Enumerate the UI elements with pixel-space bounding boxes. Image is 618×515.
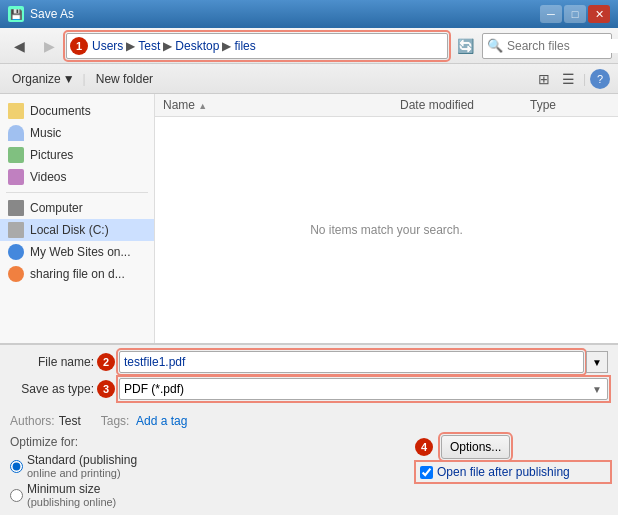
optimize-label: Optimize for: bbox=[10, 435, 408, 449]
optimize-minimum-option[interactable]: Minimum size(publishing online) bbox=[10, 482, 408, 508]
col-date-header[interactable]: Date modified bbox=[400, 98, 530, 112]
videos-icon bbox=[8, 169, 24, 185]
forward-button[interactable]: ▶ bbox=[36, 33, 62, 59]
step3-badge: 3 bbox=[97, 380, 115, 398]
window-title: Save As bbox=[30, 7, 74, 21]
optimize-minimum-radio[interactable] bbox=[10, 489, 23, 502]
toolbar: Organize ▼ | New folder ⊞ ☰ | ? bbox=[0, 64, 618, 94]
optimize-standard-label: Standard (publishingonline and printing) bbox=[27, 453, 137, 479]
authors-value: Test bbox=[59, 414, 81, 428]
sidebar-item-music[interactable]: Music bbox=[0, 122, 154, 144]
breadcrumb-part-files[interactable]: files bbox=[234, 39, 255, 53]
search-bar: 🔍 bbox=[482, 33, 612, 59]
tags-label: Tags: bbox=[101, 414, 130, 428]
app-icon: 💾 bbox=[8, 6, 24, 22]
saveastype-label: Save as type: bbox=[10, 382, 100, 396]
computer-icon bbox=[8, 200, 24, 216]
maximize-button[interactable]: □ bbox=[564, 5, 586, 23]
back-button-wrap: ◀ bbox=[6, 33, 32, 59]
filename-input[interactable] bbox=[119, 351, 584, 373]
share-icon bbox=[8, 266, 24, 282]
sidebar-item-pictures[interactable]: Pictures bbox=[0, 144, 154, 166]
optimize-standard-radio[interactable] bbox=[10, 460, 23, 473]
saveastype-select-wrap: PDF (*.pdf) Word Document (*.docx) Text … bbox=[119, 378, 608, 400]
bottom-form: File name: 2 ▼ Save as type: 3 PDF (*.pd… bbox=[0, 344, 618, 411]
options-button[interactable]: Options... bbox=[441, 435, 510, 459]
file-list: Name ▲ Date modified Type No items match… bbox=[155, 94, 618, 343]
sort-arrow: ▲ bbox=[198, 101, 207, 111]
sidebar-item-sharing[interactable]: sharing file on d... bbox=[0, 263, 154, 285]
web-icon bbox=[8, 244, 24, 260]
tags-link[interactable]: Tags: Add a tag bbox=[101, 414, 188, 428]
minimize-button[interactable]: ─ bbox=[540, 5, 562, 23]
forward-button-wrap: ▶ bbox=[36, 33, 62, 59]
music-icon bbox=[8, 125, 24, 141]
view-list-button[interactable]: ☰ bbox=[558, 69, 579, 89]
back-button[interactable]: ◀ bbox=[6, 33, 32, 59]
filename-row: File name: 2 ▼ bbox=[10, 351, 608, 373]
sidebar-item-computer[interactable]: Computer bbox=[0, 197, 154, 219]
filename-label: File name: bbox=[10, 355, 100, 369]
help-button[interactable]: ? bbox=[590, 69, 610, 89]
open-file-label: Open file after publishing bbox=[437, 465, 570, 479]
breadcrumb-sep1: ▶ bbox=[126, 39, 135, 53]
open-file-row: Open file after publishing bbox=[418, 464, 608, 480]
breadcrumb-sep2: ▶ bbox=[163, 39, 172, 53]
step2-badge: 2 bbox=[97, 353, 115, 371]
search-icon: 🔍 bbox=[487, 38, 503, 53]
options-row: Optimize for: Standard (publishingonline… bbox=[0, 431, 618, 515]
breadcrumb-sep3: ▶ bbox=[222, 39, 231, 53]
sidebar-item-localdisk[interactable]: Local Disk (C:) bbox=[0, 219, 154, 241]
optimize-minimum-label: Minimum size(publishing online) bbox=[27, 482, 116, 508]
organize-button[interactable]: Organize ▼ bbox=[8, 70, 79, 88]
authors-label: Authors: bbox=[10, 414, 55, 428]
breadcrumb-part-test[interactable]: Test bbox=[138, 39, 160, 53]
open-file-checkbox[interactable] bbox=[420, 466, 433, 479]
step4-badge: 4 bbox=[415, 438, 433, 456]
breadcrumb[interactable]: 1 Users ▶ Test ▶ Desktop ▶ files bbox=[66, 33, 448, 59]
sidebar-divider bbox=[6, 192, 148, 193]
disk-icon bbox=[8, 222, 24, 238]
meta-row: Authors: Test Tags: Add a tag bbox=[0, 411, 618, 431]
sidebar-item-websites[interactable]: My Web Sites on... bbox=[0, 241, 154, 263]
title-bar: 💾 Save As ─ □ ✕ bbox=[0, 0, 618, 28]
pictures-icon bbox=[8, 147, 24, 163]
organize-dropdown-icon: ▼ bbox=[63, 72, 75, 86]
sidebar: Documents Music Pictures Videos Computer… bbox=[0, 94, 155, 343]
close-button[interactable]: ✕ bbox=[588, 5, 610, 23]
window-controls: ─ □ ✕ bbox=[540, 5, 610, 23]
search-input[interactable] bbox=[507, 39, 618, 53]
right-options: 4 Options... Open file after publishing bbox=[408, 435, 608, 511]
col-type-header[interactable]: Type bbox=[530, 98, 610, 112]
optimize-section: Optimize for: Standard (publishingonline… bbox=[10, 435, 408, 511]
saveastype-row: Save as type: 3 PDF (*.pdf) Word Documen… bbox=[10, 378, 608, 400]
file-list-header: Name ▲ Date modified Type bbox=[155, 94, 618, 117]
col-name-header[interactable]: Name ▲ bbox=[163, 98, 400, 112]
view-button[interactable]: ⊞ bbox=[534, 69, 554, 89]
breadcrumb-part-users[interactable]: Users bbox=[92, 39, 123, 53]
documents-icon bbox=[8, 103, 24, 119]
nav-bar: ◀ ▶ 1 Users ▶ Test ▶ Desktop ▶ files 🔄 🔍 bbox=[0, 28, 618, 64]
refresh-button[interactable]: 🔄 bbox=[452, 33, 478, 59]
new-folder-button[interactable]: New folder bbox=[90, 70, 159, 88]
sidebar-item-documents[interactable]: Documents bbox=[0, 100, 154, 122]
saveastype-select[interactable]: PDF (*.pdf) Word Document (*.docx) Text … bbox=[119, 378, 608, 400]
step1-badge: 1 bbox=[70, 37, 88, 55]
optimize-standard-option[interactable]: Standard (publishingonline and printing) bbox=[10, 453, 408, 479]
file-list-empty: No items match your search. bbox=[155, 117, 618, 343]
breadcrumb-part-desktop[interactable]: Desktop bbox=[175, 39, 219, 53]
sidebar-item-videos[interactable]: Videos bbox=[0, 166, 154, 188]
main-area: Documents Music Pictures Videos Computer… bbox=[0, 94, 618, 344]
filename-dropdown-button[interactable]: ▼ bbox=[586, 351, 608, 373]
